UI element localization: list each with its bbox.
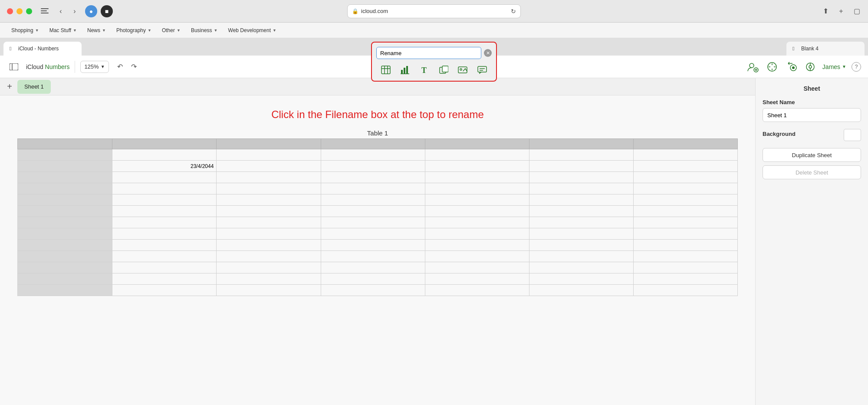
text-icon[interactable]: T bbox=[417, 63, 432, 76]
cell-9-1[interactable] bbox=[112, 240, 217, 251]
cell-1-5[interactable] bbox=[529, 149, 633, 161]
shield-icon[interactable]: ■ bbox=[101, 5, 113, 17]
col-header-6[interactable] bbox=[633, 139, 737, 149]
bookmark-macstuff[interactable]: Mac Stuff ▼ bbox=[45, 26, 81, 35]
forward-button[interactable]: › bbox=[69, 6, 80, 16]
row-header-2[interactable] bbox=[18, 161, 112, 172]
table-row[interactable] bbox=[18, 206, 738, 217]
duplicate-sheet-button[interactable]: Duplicate Sheet bbox=[763, 148, 861, 162]
cell-8-3[interactable] bbox=[321, 228, 425, 240]
share-button[interactable]: ⬆ bbox=[821, 7, 830, 16]
redo-button[interactable]: ↷ bbox=[128, 61, 140, 73]
cell-1-6[interactable] bbox=[633, 149, 737, 161]
sheet-tab-1[interactable]: Sheet 1 bbox=[17, 80, 51, 94]
sheet-name-input[interactable] bbox=[763, 108, 861, 122]
table-row[interactable] bbox=[18, 251, 738, 262]
cell-9-4[interactable] bbox=[425, 240, 529, 251]
add-collaborator-button[interactable] bbox=[746, 60, 760, 74]
cell-10-3[interactable] bbox=[321, 251, 425, 262]
undo-button[interactable]: ↶ bbox=[114, 61, 126, 73]
cell-8-4[interactable] bbox=[425, 228, 529, 240]
cell-11-5[interactable] bbox=[529, 262, 633, 273]
cell-13-4[interactable] bbox=[425, 285, 529, 296]
cell-2-4[interactable] bbox=[425, 161, 529, 172]
table-row[interactable] bbox=[18, 194, 738, 206]
close-button[interactable] bbox=[7, 8, 13, 14]
row-header-12[interactable] bbox=[18, 273, 112, 285]
cell-4-3[interactable] bbox=[321, 183, 425, 194]
rename-clear-button[interactable]: ✕ bbox=[484, 49, 492, 57]
sidebar-toggle-button[interactable] bbox=[41, 8, 49, 14]
minimize-button[interactable] bbox=[16, 8, 23, 14]
chart-icon[interactable] bbox=[397, 63, 413, 76]
row-header-6[interactable] bbox=[18, 206, 112, 217]
table-row[interactable] bbox=[18, 149, 738, 161]
tab-blank4[interactable]:  Blank 4 bbox=[786, 42, 865, 56]
shape-icon[interactable] bbox=[436, 63, 451, 76]
cell-1-2[interactable] bbox=[217, 149, 321, 161]
table-row[interactable] bbox=[18, 240, 738, 251]
cell-6-2[interactable] bbox=[217, 206, 321, 217]
row-header-13[interactable] bbox=[18, 285, 112, 296]
maximize-button[interactable] bbox=[26, 8, 32, 14]
rename-input[interactable] bbox=[376, 47, 481, 59]
cell-5-2[interactable] bbox=[217, 194, 321, 206]
cell-3-1[interactable] bbox=[112, 172, 217, 183]
bookmark-news[interactable]: News ▼ bbox=[83, 26, 110, 35]
tab-icloud-numbers[interactable]:  iCloud - Numbers bbox=[3, 42, 82, 56]
cell-13-3[interactable] bbox=[321, 285, 425, 296]
cell-6-4[interactable] bbox=[425, 206, 529, 217]
cell-4-6[interactable] bbox=[633, 183, 737, 194]
cell-13-1[interactable] bbox=[112, 285, 217, 296]
row-header-5[interactable] bbox=[18, 194, 112, 206]
cell-1-4[interactable] bbox=[425, 149, 529, 161]
cell-3-5[interactable] bbox=[529, 172, 633, 183]
cell-6-6[interactable] bbox=[633, 206, 737, 217]
table-row[interactable] bbox=[18, 183, 738, 194]
cell-12-4[interactable] bbox=[425, 273, 529, 285]
cell-2-1[interactable]: 23/4/2044 bbox=[112, 161, 217, 172]
cell-7-5[interactable] bbox=[529, 217, 633, 228]
bookmark-other[interactable]: Other ▼ bbox=[158, 26, 185, 35]
cell-10-5[interactable] bbox=[529, 251, 633, 262]
cell-3-6[interactable] bbox=[633, 172, 737, 183]
user-menu-button[interactable]: James ▼ bbox=[822, 63, 846, 70]
row-header-8[interactable] bbox=[18, 228, 112, 240]
share-button-app[interactable] bbox=[803, 60, 817, 74]
cell-2-2[interactable] bbox=[217, 161, 321, 172]
zoom-control[interactable]: 125% ▼ bbox=[80, 61, 108, 73]
bookmark-shopping[interactable]: Shopping ▼ bbox=[7, 26, 43, 35]
cell-12-1[interactable] bbox=[112, 273, 217, 285]
media-icon[interactable] bbox=[455, 63, 470, 76]
add-sheet-button[interactable]: + bbox=[3, 81, 16, 93]
col-header-4[interactable] bbox=[425, 139, 529, 149]
cell-5-1[interactable] bbox=[112, 194, 217, 206]
cell-11-1[interactable] bbox=[112, 262, 217, 273]
cell-9-5[interactable] bbox=[529, 240, 633, 251]
cell-11-4[interactable] bbox=[425, 262, 529, 273]
cell-6-3[interactable] bbox=[321, 206, 425, 217]
cell-2-5[interactable] bbox=[529, 161, 633, 172]
row-header-7[interactable] bbox=[18, 217, 112, 228]
cell-11-6[interactable] bbox=[633, 262, 737, 273]
help-button[interactable]: ? bbox=[852, 62, 861, 72]
cell-8-6[interactable] bbox=[633, 228, 737, 240]
cell-9-2[interactable] bbox=[217, 240, 321, 251]
table-row[interactable] bbox=[18, 172, 738, 183]
row-header-1[interactable] bbox=[18, 149, 112, 161]
cell-10-2[interactable] bbox=[217, 251, 321, 262]
cell-3-2[interactable] bbox=[217, 172, 321, 183]
sidebar-toggle-app[interactable] bbox=[7, 61, 21, 73]
table-row[interactable] bbox=[18, 273, 738, 285]
col-header-0[interactable] bbox=[18, 139, 112, 149]
cell-10-4[interactable] bbox=[425, 251, 529, 262]
col-header-2[interactable] bbox=[217, 139, 321, 149]
cell-4-1[interactable] bbox=[112, 183, 217, 194]
onepassword-icon[interactable]: ● bbox=[85, 5, 97, 17]
cell-3-4[interactable] bbox=[425, 172, 529, 183]
address-bar[interactable]: 🔒 icloud.com ↻ bbox=[347, 4, 521, 18]
cell-1-1[interactable] bbox=[112, 149, 217, 161]
new-tab-button[interactable]: + bbox=[837, 7, 845, 16]
spreadsheet-area[interactable]: Click in the Filename box at the top to … bbox=[0, 95, 755, 405]
bookmark-webdev[interactable]: Web Development ▼ bbox=[224, 26, 281, 35]
